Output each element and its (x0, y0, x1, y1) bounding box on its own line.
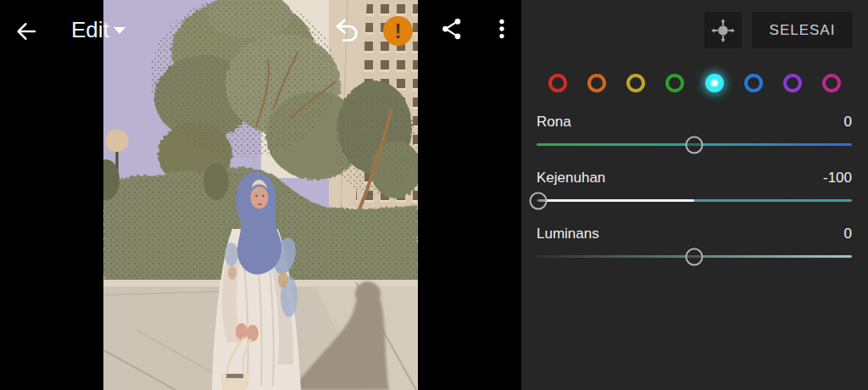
color-swatch-orange[interactable] (587, 74, 606, 92)
slider-value: 0 (844, 226, 852, 242)
warning-badge[interactable]: ! (383, 16, 413, 46)
lightroom-edit-screen: Edit ! SELESAI Rona0Kejenuhan-100Lumin (0, 0, 868, 390)
page-title[interactable]: Edit (71, 17, 109, 43)
more-options-button[interactable] (491, 16, 513, 42)
undo-button[interactable] (332, 16, 361, 45)
slider-label: Kejenuhan (537, 170, 605, 187)
color-swatch-purple[interactable] (783, 74, 802, 92)
color-swatch-magenta[interactable] (822, 74, 841, 92)
slider-knob[interactable] (686, 248, 704, 265)
photo-preview[interactable] (103, 0, 418, 390)
slider-knob[interactable] (529, 192, 547, 209)
slider-value: -100 (823, 170, 852, 187)
color-mix-panel: SELESAI Rona0Kejenuhan-100Luminans0 (521, 0, 868, 390)
kebab-menu-icon (491, 16, 513, 42)
color-swatch-cyan[interactable] (705, 74, 724, 92)
arrow-left-icon (14, 19, 39, 44)
targeted-adjustment-button[interactable] (704, 12, 742, 48)
done-button[interactable]: SELESAI (752, 12, 853, 48)
color-swatch-green[interactable] (665, 74, 684, 92)
slider-active-fill (538, 199, 694, 202)
color-swatch-yellow[interactable] (626, 74, 645, 92)
slider-knob[interactable] (686, 136, 704, 153)
slider-row-kejenuhan: Kejenuhan-100 (537, 170, 852, 202)
move-dot-icon (710, 18, 736, 43)
share-icon (439, 16, 465, 42)
undo-arrow-icon (332, 16, 361, 45)
slider-row-luminans: Luminans0 (537, 226, 852, 258)
slider-label: Rona (537, 114, 571, 131)
color-swatch-red[interactable] (548, 74, 567, 92)
slider-row-rona: Rona0 (537, 114, 852, 146)
photo-artwork (103, 0, 418, 390)
back-button[interactable] (14, 19, 39, 44)
slider-label: Luminans (537, 226, 599, 242)
color-channel-row (537, 72, 853, 94)
color-swatch-blue[interactable] (744, 74, 763, 92)
chevron-down-icon[interactable] (114, 27, 125, 34)
share-button[interactable] (439, 16, 465, 42)
slider-value: 0 (844, 114, 852, 131)
